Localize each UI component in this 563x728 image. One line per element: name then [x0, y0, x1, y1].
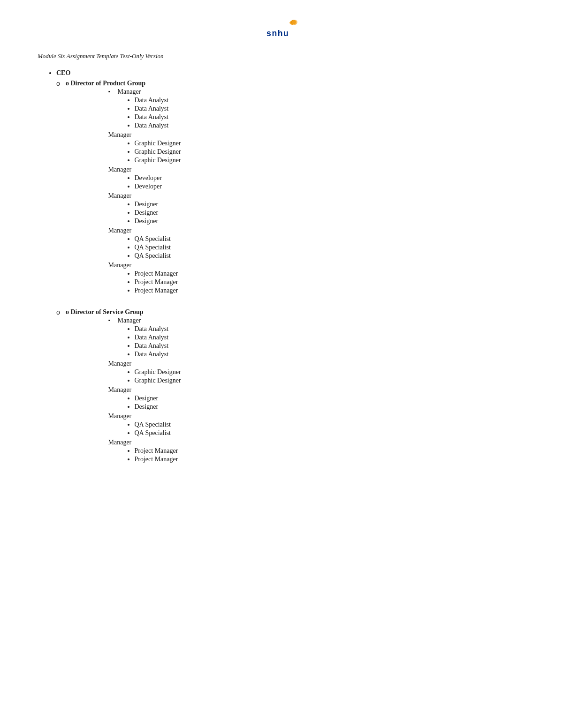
list-item: Developer — [135, 174, 181, 182]
manager-bullet-icon: ▪ — [108, 317, 115, 324]
list-item: QA Specialist — [135, 235, 181, 243]
list-item: Data Analyst — [135, 334, 181, 341]
list-item: Graphic Designer — [135, 148, 181, 156]
role-list: Developer Developer — [108, 174, 181, 190]
list-item: Designer — [135, 201, 181, 208]
role-list: QA Specialist QA Specialist QA Specialis… — [108, 235, 181, 260]
page-header: snhu Module Six Assignment Template Text… — [38, 19, 525, 60]
list-item: Graphic Designer — [135, 157, 181, 164]
ceo-item: CEO o Director of Product Group — [56, 69, 525, 465]
org-chart-content: CEO o Director of Product Group — [38, 69, 525, 465]
manager-item: Manager — [108, 227, 181, 234]
list-item: Designer — [135, 218, 181, 225]
list-item: QA Specialist — [135, 421, 181, 428]
list-item: Data Analyst — [135, 97, 181, 104]
list-item: Project Manager — [135, 447, 181, 455]
role-list: Data Analyst Data Analyst Data Analyst D… — [108, 97, 181, 129]
director-product-container: o Director of Product Group ▪ Manager — [56, 80, 525, 296]
manager-item: Manager — [108, 386, 181, 394]
manager-label: Manager — [108, 166, 132, 173]
manager-label: Manager — [108, 413, 132, 420]
list-item: Project Manager — [135, 456, 181, 463]
directors-list: o Director of Product Group ▪ Manager — [56, 80, 525, 465]
logo: snhu — [263, 19, 300, 44]
list-item: Graphic Designer — [135, 368, 181, 376]
list-item: Designer — [135, 209, 181, 217]
manager-item: ▪ Manager — [108, 317, 181, 324]
manager-label: Manager — [108, 360, 132, 368]
list-item: Data Analyst — [135, 122, 181, 129]
manager-label: Manager — [118, 317, 141, 324]
role-list: Project Manager Project Manager Project … — [108, 270, 181, 294]
manager-item: Manager — [108, 131, 181, 139]
director-product-item: o Director of Product Group ▪ Manager — [56, 80, 525, 296]
list-item: Data Analyst — [135, 105, 181, 113]
manager-label: Manager — [108, 439, 132, 446]
list-item: Project Manager — [135, 278, 181, 286]
list-item: Graphic Designer — [135, 140, 181, 147]
list-item: Project Manager — [135, 287, 181, 294]
list-item: Designer — [135, 395, 181, 402]
snhu-logo: snhu — [263, 19, 300, 42]
ceo-list: CEO o Director of Product Group — [38, 69, 525, 465]
manager-label: Manager — [108, 227, 132, 234]
role-list: Designer Designer Designer — [108, 201, 181, 225]
list-item: Data Analyst — [135, 113, 181, 121]
manager-label: Manager — [108, 192, 132, 200]
manager-label: Manager — [108, 131, 132, 139]
role-list: Graphic Designer Graphic Designer Graphi… — [108, 140, 181, 164]
manager-bullet-icon: ▪ — [108, 88, 115, 95]
manager-item: Manager — [108, 439, 181, 446]
role-list: Designer Designer — [108, 395, 181, 411]
director-product-bullet: o — [66, 80, 71, 87]
manager-label: Manager — [108, 262, 132, 269]
service-managers: ▪ Manager Data Analyst Data Analyst Data… — [71, 317, 181, 463]
list-item: Graphic Designer — [135, 377, 181, 384]
list-item: Developer — [135, 183, 181, 190]
manager-item: Manager — [108, 262, 181, 269]
manager-item: ▪ Manager — [108, 88, 181, 96]
product-managers: ▪ Manager Data Analyst Data Analyst Data… — [71, 88, 181, 294]
role-list: Data Analyst Data Analyst Data Analyst D… — [108, 325, 181, 358]
list-item: QA Specialist — [135, 252, 181, 260]
list-item: Designer — [135, 403, 181, 411]
manager-item: Manager — [108, 166, 181, 173]
manager-item: Manager — [108, 360, 181, 368]
list-item: Data Analyst — [135, 342, 181, 350]
list-item: QA Specialist — [135, 244, 181, 251]
manager-label: Manager — [108, 386, 132, 394]
manager-item: Manager — [108, 192, 181, 200]
director-product-label: Director of Product Group — [71, 80, 146, 87]
list-item: Data Analyst — [135, 351, 181, 358]
svg-text:snhu: snhu — [266, 29, 289, 38]
list-item: QA Specialist — [135, 429, 181, 437]
list-item: Project Manager — [135, 270, 181, 278]
page-subtitle: Module Six Assignment Template Text-Only… — [38, 53, 525, 60]
ceo-label: CEO — [56, 69, 70, 76]
director-service-bullet: o — [66, 308, 71, 316]
manager-item: Manager — [108, 413, 181, 420]
director-service-container: o Director of Service Group ▪ Manager — [56, 308, 525, 465]
role-list: Project Manager Project Manager — [108, 447, 181, 463]
list-item: Data Analyst — [135, 325, 181, 333]
manager-label: Manager — [118, 88, 141, 96]
director-service-label: Director of Service Group — [71, 308, 144, 315]
role-list: Graphic Designer Graphic Designer — [108, 368, 181, 384]
role-list: QA Specialist QA Specialist — [108, 421, 181, 437]
director-service-item: o Director of Service Group ▪ Manager — [56, 308, 525, 465]
